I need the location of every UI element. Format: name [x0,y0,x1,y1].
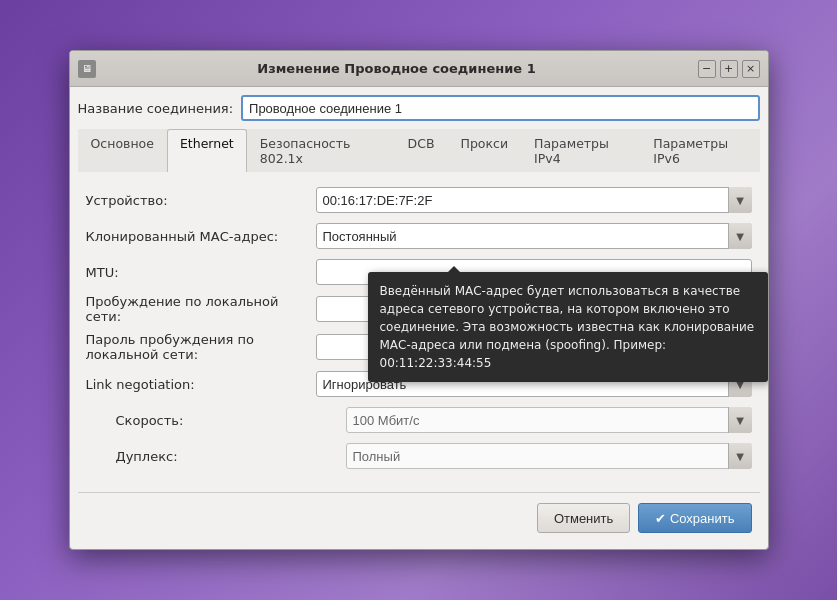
connection-name-input[interactable] [241,95,759,121]
duplex-select[interactable]: Полный [346,443,752,469]
wake-password-label: Пароль пробуждения по локальной сети: [86,332,316,362]
speed-select[interactable]: 100 Мбит/с [346,407,752,433]
speed-select-wrapper: 100 Мбит/с ▼ [346,407,752,433]
device-label: Устройство: [86,193,316,208]
device-row: Устройство: 00:16:17:DE:7F:2F ▼ [86,186,752,214]
tab-proxy[interactable]: Прокси [448,129,522,172]
mtu-label: MTU: [86,265,316,280]
titlebar-buttons: − + × [698,60,760,78]
cloned-mac-label: Клонированный МАС-адрес: [86,229,316,244]
form-area: Устройство: 00:16:17:DE:7F:2F ▼ Клониров… [78,182,760,482]
cancel-button[interactable]: Отменить [537,503,630,533]
speed-control: 100 Мбит/с ▼ [346,407,752,433]
maximize-button[interactable]: + [720,60,738,78]
cloned-mac-control: Постоянный ▼ [316,223,752,249]
device-control: 00:16:17:DE:7F:2F ▼ [316,187,752,213]
duplex-control: Полный ▼ [346,443,752,469]
titlebar: 🖥 Изменение Проводное соединение 1 − + × [70,51,768,87]
duplex-label: Дуплекс: [116,449,346,464]
tab-security[interactable]: Безопасность 802.1x [247,129,395,172]
cloned-mac-row: Клонированный МАС-адрес: Постоянный ▼ [86,222,752,250]
tab-ethernet[interactable]: Ethernet [167,129,247,172]
connection-name-label: Название соединения: [78,101,234,116]
tab-basic[interactable]: Основное [78,129,167,172]
connection-name-row: Название соединения: [78,95,760,121]
wake-on-lan-label: Пробуждение по локальной сети: [86,294,316,324]
cloned-mac-select[interactable]: Постоянный [316,223,752,249]
tab-dcb[interactable]: DCB [395,129,448,172]
window-icon: 🖥 [78,60,96,78]
close-button[interactable]: × [742,60,760,78]
link-negotiation-label: Link negotiation: [86,377,316,392]
minimize-button[interactable]: − [698,60,716,78]
duplex-row: Дуплекс: Полный ▼ [86,442,752,470]
window-content: Название соединения: Основное Ethernet Б… [70,87,768,549]
speed-row: Скорость: 100 Мбит/с ▼ [86,406,752,434]
device-select-wrapper: 00:16:17:DE:7F:2F ▼ [316,187,752,213]
cloned-mac-select-wrapper: Постоянный ▼ [316,223,752,249]
device-select[interactable]: 00:16:17:DE:7F:2F [316,187,752,213]
save-button[interactable]: ✔ Сохранить [638,503,751,533]
duplex-select-wrapper: Полный ▼ [346,443,752,469]
tooltip-text: Введённый МАС-адрес будет использоваться… [380,284,755,370]
tab-ipv6[interactable]: Параметры IPv6 [640,129,759,172]
tooltip: Введённый МАС-адрес будет использоваться… [368,272,768,382]
button-row: Отменить ✔ Сохранить [78,492,760,541]
window-title: Изменение Проводное соединение 1 [96,61,698,76]
dialog-window: 🖥 Изменение Проводное соединение 1 − + ×… [69,50,769,550]
tab-ipv4[interactable]: Параметры IPv4 [521,129,640,172]
tab-bar: Основное Ethernet Безопасность 802.1x DC… [78,129,760,172]
speed-label: Скорость: [116,413,346,428]
